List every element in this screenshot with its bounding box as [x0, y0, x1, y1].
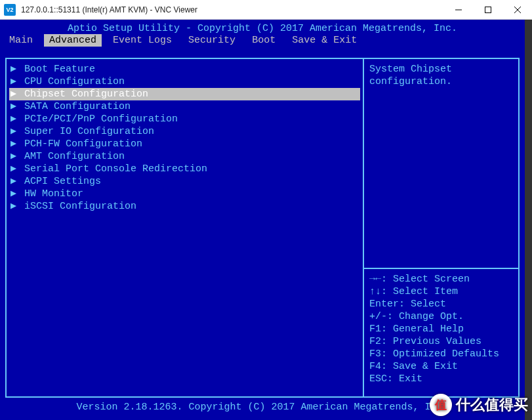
tab-save-exit[interactable]: Save & Exit: [287, 34, 362, 47]
menu-item-cpu-configuration[interactable]: ▶ CPU Configuration: [9, 75, 360, 88]
bios-help-text: System Chipset configuration.: [364, 59, 518, 269]
window-title: 127.0.0.1::51311 (Intel(r) AMT KVM) - VN…: [20, 5, 443, 14]
svg-rect-1: [485, 7, 491, 12]
close-icon: [514, 7, 521, 13]
submenu-arrow-icon: ▶: [10, 113, 18, 125]
submenu-arrow-icon: ▶: [10, 88, 18, 100]
keyhint-line: +/-: Change Opt.: [369, 310, 513, 323]
bios-keyhints: →←: Select Screen↑↓: Select ItemEnter: S…: [364, 269, 518, 396]
menu-item-label: HW Monitor: [18, 188, 83, 200]
bios-menubar: Main Advanced Event Logs Security Boot S…: [0, 34, 525, 47]
menu-item-label: iSCSI Configuration: [18, 201, 136, 212]
maximize-button[interactable]: [473, 0, 502, 20]
submenu-arrow-icon: ▶: [10, 125, 18, 138]
submenu-arrow-icon: ▶: [10, 75, 18, 88]
bios-screen: Aptio Setup Utility - Copyright (C) 2017…: [0, 20, 525, 420]
keyhint-line: F4: Save & Exit: [369, 360, 513, 373]
keyhint-line: F3: Optimized Defaults: [369, 348, 513, 360]
menu-item-label: PCH-FW Configuration: [18, 138, 142, 150]
submenu-arrow-icon: ▶: [10, 188, 18, 200]
bios-header: Aptio Setup Utility - Copyright (C) 2017…: [0, 20, 525, 34]
submenu-arrow-icon: ▶: [10, 163, 18, 175]
menu-item-pch-fw-configuration[interactable]: ▶ PCH-FW Configuration: [9, 138, 360, 150]
menu-item-label: SATA Configuration: [18, 101, 131, 112]
menu-item-label: AMT Configuration: [18, 151, 125, 162]
menu-item-acpi-settings[interactable]: ▶ ACPI Settings: [9, 175, 360, 188]
minimize-button[interactable]: [443, 0, 473, 20]
menu-item-label: PCIe/PCI/PnP Configuration: [18, 114, 178, 125]
menu-item-amt-configuration[interactable]: ▶ AMT Configuration: [9, 150, 360, 163]
watermark-icon: 值: [430, 394, 452, 416]
menu-item-boot-feature[interactable]: ▶ Boot Feature: [9, 63, 360, 75]
keyhint-line: ↑↓: Select Item: [369, 285, 513, 298]
menu-item-sata-configuration[interactable]: ▶ SATA Configuration: [9, 100, 360, 113]
app-icon: V2: [4, 4, 16, 16]
menu-item-chipset-configuration[interactable]: ▶ Chipset Configuration: [9, 88, 360, 100]
menu-item-hw-monitor[interactable]: ▶ HW Monitor: [9, 188, 360, 200]
submenu-arrow-icon: ▶: [10, 150, 18, 163]
maximize-icon: [485, 7, 491, 13]
menu-item-label: Super IO Configuration: [18, 126, 154, 137]
menu-item-label: Chipset Configuration: [18, 89, 148, 100]
menu-item-label: Boot Feature: [18, 64, 95, 75]
menu-item-super-io-configuration[interactable]: ▶ Super IO Configuration: [9, 125, 360, 138]
menu-item-label: Serial Port Console Redirection: [18, 163, 207, 175]
bios-menu-list: ▶ Boot Feature▶ CPU Configuration▶ Chips…: [7, 59, 364, 396]
submenu-arrow-icon: ▶: [10, 138, 18, 150]
tab-boot[interactable]: Boot: [247, 34, 281, 47]
tab-event-logs[interactable]: Event Logs: [108, 34, 177, 47]
menu-item-label: CPU Configuration: [18, 76, 125, 87]
watermark: 值 什么值得买: [430, 394, 528, 416]
tab-security[interactable]: Security: [183, 34, 241, 47]
submenu-arrow-icon: ▶: [10, 100, 18, 113]
keyhint-line: F1: General Help: [369, 323, 513, 335]
menu-item-serial-port-console-redirection[interactable]: ▶ Serial Port Console Redirection: [9, 163, 360, 175]
menu-item-pcie-pci-pnp-configuration[interactable]: ▶ PCIe/PCI/PnP Configuration: [9, 113, 360, 125]
window-titlebar: V2 127.0.0.1::51311 (Intel(r) AMT KVM) -…: [0, 0, 532, 20]
minimize-icon: [455, 7, 462, 13]
tab-main[interactable]: Main: [4, 34, 38, 47]
bios-frame: ▶ Boot Feature▶ CPU Configuration▶ Chips…: [5, 58, 520, 398]
menu-item-iscsi-configuration[interactable]: ▶ iSCSI Configuration: [9, 200, 360, 213]
keyhint-line: →←: Select Screen: [369, 273, 513, 285]
keyhint-line: ESC: Exit: [369, 373, 513, 385]
menu-item-label: ACPI Settings: [18, 176, 101, 187]
submenu-arrow-icon: ▶: [10, 175, 18, 188]
submenu-arrow-icon: ▶: [10, 200, 18, 213]
watermark-text: 什么值得买: [456, 395, 528, 415]
keyhint-line: Enter: Select: [369, 298, 513, 310]
close-button[interactable]: [502, 0, 532, 20]
tab-advanced[interactable]: Advanced: [44, 34, 102, 47]
keyhint-line: F2: Previous Values: [369, 335, 513, 348]
bios-help-panel: System Chipset configuration. →←: Select…: [364, 59, 518, 396]
submenu-arrow-icon: ▶: [10, 63, 18, 75]
